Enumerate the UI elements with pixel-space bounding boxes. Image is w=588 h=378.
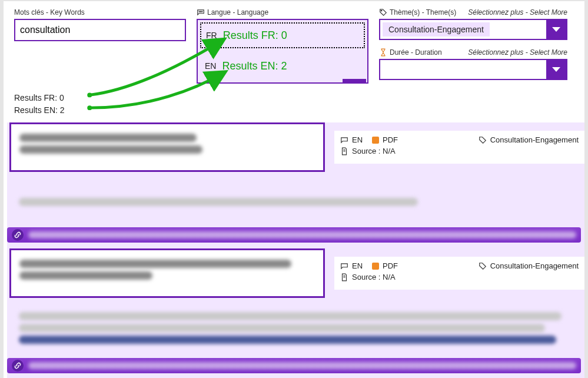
language-option-en[interactable]: EN Results EN: 2: [200, 54, 365, 78]
tag-icon: [479, 136, 487, 144]
chevron-down-icon: [552, 67, 560, 72]
duration-dropdown[interactable]: [379, 59, 567, 80]
result-link-bar[interactable]: [7, 358, 581, 373]
result-description: [19, 198, 573, 210]
themes-dropdown-button[interactable]: [546, 20, 566, 39]
result-meta: EN PDF Consultation-Engagement Source : …: [334, 257, 584, 290]
result-lang: EN: [352, 261, 363, 270]
document-icon: [340, 273, 348, 281]
result-format: PDF: [383, 261, 398, 270]
fr-results-inline: Results FR: 0: [223, 29, 287, 42]
svg-point-0: [199, 11, 200, 12]
result-source: Source : N/A: [352, 273, 396, 281]
result-theme: Consultation-Engagement: [490, 261, 579, 270]
keywords-input-wrap[interactable]: [14, 19, 186, 41]
themes-label: Thème(s) - Theme(s): [390, 8, 456, 16]
chat-icon: [340, 136, 348, 144]
themes-select-more[interactable]: Sélectionnez plus - Select More: [468, 8, 567, 16]
keywords-label: Mots clés - Key Words: [14, 8, 186, 16]
keywords-input[interactable]: [20, 25, 180, 35]
en-results-inline: Results EN: 2: [222, 60, 287, 72]
fr-tag: FR: [206, 31, 217, 40]
result-theme: Consultation-Engagement: [490, 135, 579, 144]
results-en-text: Results EN: 2: [14, 104, 65, 117]
result-format: PDF: [383, 135, 398, 144]
duration-select-more[interactable]: Sélectionnez plus - Select More: [468, 48, 567, 57]
language-box[interactable]: FR Results FR: 0 EN Results EN: 2: [197, 19, 368, 84]
theme-chip[interactable]: Consultation-Engagement: [383, 22, 490, 37]
hourglass-icon: [379, 48, 387, 57]
svg-point-3: [381, 10, 382, 11]
svg-point-5: [87, 105, 92, 110]
results-fr-text: Results FR: 0: [14, 92, 65, 104]
result-description: [19, 312, 573, 347]
themes-dropdown[interactable]: Consultation-Engagement: [379, 19, 567, 40]
link-icon: [12, 360, 24, 372]
pdf-icon: [372, 137, 379, 144]
en-tag: EN: [205, 61, 216, 71]
result-link-bar[interactable]: [7, 227, 581, 243]
pdf-icon: [372, 263, 379, 270]
result-source: Source : N/A: [352, 147, 396, 155]
svg-point-4: [87, 92, 92, 97]
tag-icon: [479, 262, 487, 270]
tag-icon: [379, 8, 387, 16]
svg-point-1: [200, 11, 201, 12]
language-label: Langue - Language: [197, 8, 368, 16]
language-option-fr[interactable]: FR Results FR: 0: [200, 22, 365, 48]
result-lang: EN: [352, 135, 363, 144]
svg-point-2: [202, 11, 202, 12]
duration-dropdown-button[interactable]: [546, 60, 566, 79]
result-title-box[interactable]: [9, 248, 325, 298]
duration-label: Durée - Duration: [390, 48, 442, 57]
result-title-box[interactable]: [9, 122, 325, 172]
chevron-down-icon: [552, 27, 560, 32]
language-scrollbar[interactable]: [343, 79, 366, 82]
document-icon: [340, 147, 348, 155]
results-summary: Results FR: 0 Results EN: 2: [14, 92, 65, 117]
chat-icon: [197, 8, 205, 16]
link-icon: [12, 229, 24, 241]
chat-icon: [340, 262, 348, 270]
result-meta: EN PDF Consultation-Engagement Source : …: [334, 131, 584, 164]
